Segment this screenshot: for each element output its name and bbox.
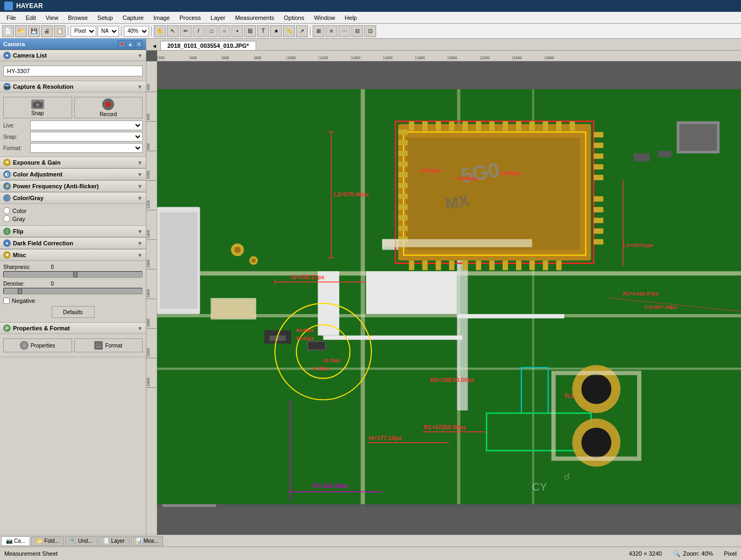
camera-list-collapse[interactable]: ▼ bbox=[137, 53, 143, 59]
bottom-tab-layer[interactable]: 📑 Layer bbox=[98, 536, 130, 546]
svg-text:l4=177.18px: l4=177.18px bbox=[369, 435, 402, 441]
snap-select[interactable] bbox=[30, 132, 143, 141]
menu-capture[interactable]: Capture bbox=[118, 13, 148, 22]
camera-list-header[interactable]: ● Camera List ▼ bbox=[0, 50, 146, 61]
live-select[interactable] bbox=[30, 120, 143, 130]
dark-field-header[interactable]: ● Dark Field Correction ▼ bbox=[0, 238, 146, 249]
defaults-button[interactable]: Defaults bbox=[52, 306, 95, 318]
app-title: HAYEAR bbox=[16, 2, 43, 10]
zoom-select[interactable]: 40% bbox=[124, 26, 149, 37]
toolbar-full[interactable]: ⊡ bbox=[364, 25, 376, 37]
toolbar-list[interactable]: ≡ bbox=[326, 25, 337, 37]
record-button[interactable]: Record bbox=[74, 97, 143, 118]
toolbar-dot[interactable]: • bbox=[231, 25, 243, 37]
flip-section: ↕ Flip ▼ bbox=[0, 226, 146, 238]
bottom-tab-mea[interactable]: 📊 Mea... bbox=[131, 536, 164, 546]
toolbar-save[interactable]: 💾 bbox=[28, 25, 40, 37]
color-gray-collapse[interactable]: ▼ bbox=[137, 195, 143, 201]
power-freq-collapse[interactable]: ▼ bbox=[137, 183, 143, 189]
color-radio[interactable] bbox=[3, 207, 10, 214]
denoise-slider[interactable] bbox=[3, 288, 143, 294]
svg-rect-64 bbox=[476, 260, 481, 270]
toolbar-btn4[interactable]: 🖨 bbox=[41, 25, 53, 37]
denoise-thumb[interactable] bbox=[18, 288, 22, 294]
dark-field-collapse[interactable]: ▼ bbox=[137, 240, 143, 246]
flip-collapse[interactable]: ▼ bbox=[137, 229, 143, 235]
color-radio-label[interactable]: Color bbox=[12, 208, 26, 214]
capture-collapse[interactable]: ▼ bbox=[137, 84, 143, 90]
toolbar-btn5[interactable]: 📋 bbox=[54, 25, 66, 37]
svg-text:R2=1342.97px: R2=1342.97px bbox=[623, 290, 659, 296]
svg-text:P1=122.33px: P1=122.33px bbox=[313, 483, 348, 489]
v-mark-400: 400 bbox=[146, 62, 157, 92]
camera-panel-header[interactable]: Camera 📌 ▲ ✕ bbox=[0, 39, 146, 50]
bottom-tab-camera[interactable]: 📷 Ca... bbox=[1, 536, 30, 546]
format-button[interactable]: Format bbox=[74, 338, 143, 352]
exposure-collapse[interactable]: ▼ bbox=[137, 160, 143, 166]
close-panel-button[interactable]: ✕ bbox=[135, 40, 143, 48]
toolbar-chain[interactable]: ⛓ bbox=[244, 25, 256, 37]
bottom-tab-folder[interactable]: 📁 Fold... bbox=[31, 536, 64, 546]
tab-arrow-left[interactable]: ◄ bbox=[149, 42, 160, 50]
pcb-canvas[interactable]: 5G0 MX bbox=[157, 61, 741, 535]
capture-header[interactable]: 📷 Capture & Resolution ▼ bbox=[0, 81, 146, 93]
toolbar-new[interactable]: 📄 bbox=[2, 25, 14, 37]
toolbar-text[interactable]: T bbox=[257, 25, 269, 37]
color-adj-header[interactable]: ◐ Color Adjustment ▼ bbox=[0, 169, 146, 180]
menu-edit[interactable]: Edit bbox=[22, 13, 40, 22]
toolbar-circle[interactable]: ○ bbox=[218, 25, 230, 37]
menu-file[interactable]: File bbox=[2, 13, 20, 22]
menu-view[interactable]: View bbox=[41, 13, 63, 22]
toolbar-line[interactable]: / bbox=[193, 25, 204, 37]
toolbar-rect[interactable]: □ bbox=[206, 25, 217, 37]
toolbar-star[interactable]: ★ bbox=[270, 25, 282, 37]
toolbar-grid[interactable]: ⊞ bbox=[313, 25, 324, 37]
power-freq-header[interactable]: ⚡ Power Frequency (Anti-flicker) ▼ bbox=[0, 181, 146, 192]
menu-setup[interactable]: Setup bbox=[93, 13, 117, 22]
negative-label[interactable]: Negative bbox=[12, 297, 35, 304]
pixel-select[interactable]: Pixel bbox=[70, 26, 96, 37]
svg-rect-69 bbox=[543, 260, 548, 270]
exposure-header[interactable]: ☀ Exposure & Gain ▼ bbox=[0, 157, 146, 168]
na-select[interactable]: NA bbox=[97, 26, 119, 37]
menu-window[interactable]: Window bbox=[309, 13, 339, 22]
menu-image[interactable]: Image bbox=[149, 13, 174, 22]
prop-format-header[interactable]: P Properties & Format ▼ bbox=[0, 323, 146, 334]
sharpness-thumb[interactable] bbox=[73, 271, 77, 278]
toolbar-layout[interactable]: ⊟ bbox=[351, 25, 363, 37]
color-adj-collapse[interactable]: ▼ bbox=[137, 172, 143, 178]
misc-header[interactable]: ★ Misc ▼ bbox=[0, 250, 146, 261]
toolbar-arrow[interactable]: ↗ bbox=[296, 25, 308, 37]
menu-help[interactable]: Help bbox=[341, 13, 362, 22]
properties-button[interactable]: Properties bbox=[3, 338, 72, 352]
menu-process[interactable]: Process bbox=[175, 13, 206, 22]
toolbar-pen[interactable]: ✏ bbox=[180, 25, 192, 37]
active-tab[interactable]: 2018_0101_003554_010.JPG* bbox=[160, 41, 256, 50]
toolbar-hand[interactable]: ✋ bbox=[154, 25, 166, 37]
menu-measurements[interactable]: Measurements bbox=[231, 13, 279, 22]
flip-header[interactable]: ↕ Flip ▼ bbox=[0, 226, 146, 237]
menu-options[interactable]: Options bbox=[280, 13, 309, 22]
prop-format-collapse[interactable]: ▼ bbox=[137, 325, 143, 331]
expand-button[interactable]: ▲ bbox=[126, 40, 134, 48]
toolbar-open[interactable]: 📂 bbox=[15, 25, 27, 37]
exposure-header-left: ☀ Exposure & Gain bbox=[3, 159, 61, 166]
pin-button[interactable]: 📌 bbox=[118, 40, 125, 48]
menu-layer[interactable]: Layer bbox=[206, 13, 230, 22]
measurement-sheet-tab[interactable]: Measurement Sheet bbox=[4, 550, 58, 557]
camera-item[interactable]: HY-3307 bbox=[3, 66, 143, 76]
sharpness-slider[interactable] bbox=[3, 271, 143, 278]
misc-collapse[interactable]: ▼ bbox=[137, 252, 143, 258]
bottom-tab-und[interactable]: 🔧 Und... bbox=[65, 536, 97, 546]
format-select[interactable] bbox=[30, 143, 143, 153]
negative-checkbox[interactable] bbox=[3, 297, 10, 304]
gray-radio[interactable] bbox=[3, 215, 10, 222]
toolbar-more[interactable]: ⋯ bbox=[338, 25, 350, 37]
gray-radio-label[interactable]: Gray bbox=[12, 216, 25, 222]
menu-browse[interactable]: Browse bbox=[63, 13, 92, 22]
color-gray-header[interactable]: Color/Gray ▼ bbox=[0, 193, 146, 204]
toolbar-ruler[interactable]: 📏 bbox=[283, 25, 295, 37]
und-tab-icon: 🔧 bbox=[70, 538, 76, 544]
snap-button[interactable]: Snap bbox=[3, 97, 72, 118]
toolbar-cursor[interactable]: ↖ bbox=[167, 25, 179, 37]
